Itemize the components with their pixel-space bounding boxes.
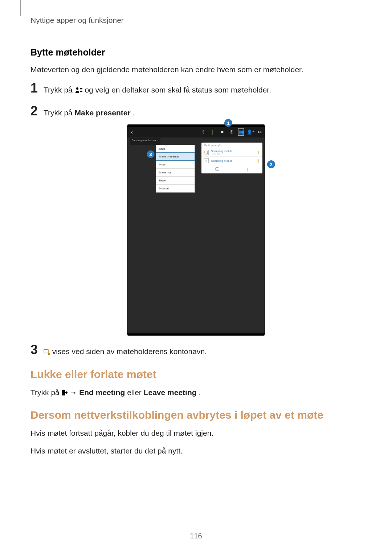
participants-panel: Participants (2) Samsung mobile Host, me… bbox=[201, 143, 262, 173]
menu-item: Mute bbox=[156, 160, 195, 168]
device-icon: ▯ bbox=[204, 158, 209, 163]
network-p1: Hvis møtet fortsatt pågår, kobler du deg… bbox=[30, 428, 362, 439]
phone-icon: ✆ bbox=[227, 127, 236, 138]
menu-item: Chat bbox=[156, 145, 195, 153]
step-number: 3 bbox=[30, 343, 44, 356]
heading-close-leave: Lukke eller forlate møtet bbox=[30, 368, 362, 381]
callout-2: 2 bbox=[267, 160, 275, 168]
svg-rect-1 bbox=[80, 88, 82, 89]
step1-before: Trykk på bbox=[44, 86, 75, 94]
video-icon: ■ bbox=[217, 127, 227, 138]
panel-header: Participants (2) bbox=[201, 143, 262, 148]
add-person-icon: 👤⁺ bbox=[246, 127, 255, 138]
chat-bubble-icon: 💬 bbox=[215, 167, 219, 171]
participants-boxed-icon: 👥 bbox=[236, 127, 246, 138]
svg-point-0 bbox=[76, 87, 78, 90]
participant-name: Samsung mobile bbox=[211, 149, 256, 153]
network-p2: Hvis møtet er avsluttet, starter du det … bbox=[30, 446, 362, 456]
svg-rect-2 bbox=[80, 90, 82, 90]
step2-after: . bbox=[133, 108, 135, 117]
step2-bold: Make presenter bbox=[75, 108, 131, 117]
page-number: 116 bbox=[0, 532, 392, 540]
step-number: 2 bbox=[30, 104, 44, 118]
tablet-screenshot: ‹ ⇪ ❘ ■ ✆ 👥 👤⁺ ↦ Samsung mobile's mee Ch… bbox=[127, 126, 265, 334]
figure: ‹ ⇪ ❘ ■ ✆ 👥 👤⁺ ↦ Samsung mobile's mee Ch… bbox=[30, 126, 362, 334]
exit-icon: ↦ bbox=[255, 127, 265, 138]
tablet-topbar: ‹ ⇪ ❘ ■ ✆ 👥 👤⁺ ↦ bbox=[127, 127, 265, 138]
running-head: Nyttige apper og funksjoner bbox=[30, 16, 124, 25]
menu-item: Mute all bbox=[156, 184, 195, 192]
participants-icon bbox=[75, 85, 83, 96]
participant-row: ▯ Samsung mobile ❘ bbox=[201, 157, 262, 165]
participant-sub: Host, me bbox=[211, 153, 256, 155]
menu-item: Expel bbox=[156, 176, 195, 184]
step-2: 2 Trykk på Make presenter . bbox=[30, 104, 362, 118]
mic-icon: ❘ bbox=[208, 127, 217, 138]
svg-rect-3 bbox=[80, 91, 82, 92]
step2-before: Trykk på bbox=[44, 108, 75, 117]
mic-indicator-icon: ❘ bbox=[257, 159, 260, 163]
heading-network-lost: Dersom nettverkstilkoblingen avbrytes i … bbox=[30, 409, 362, 421]
svg-rect-6 bbox=[62, 390, 65, 395]
svg-rect-5 bbox=[44, 349, 48, 353]
meeting-tab-label: Samsung mobile's mee bbox=[130, 138, 160, 145]
mic-footer-icon: ❘ bbox=[246, 167, 249, 171]
exit-door-icon bbox=[62, 388, 68, 399]
step-number: 1 bbox=[30, 82, 44, 95]
context-menu: Chat Make presenter Mute Make host Expel… bbox=[156, 145, 195, 193]
intro-text: Møteverten og den gjeldende møteholderen… bbox=[30, 64, 362, 75]
svg-rect-4 bbox=[205, 151, 208, 153]
step-1: 1 Trykk på og velg en deltaker som skal … bbox=[30, 82, 362, 96]
step3-text: vises ved siden av møteholderens kontona… bbox=[52, 347, 207, 356]
close-leave-line: Trykk på → End meeting eller Leave meeti… bbox=[30, 387, 362, 399]
back-icon: ‹ bbox=[127, 129, 136, 135]
participant-name: Samsung mobile bbox=[211, 159, 256, 163]
heading-change-presenter: Bytte møteholder bbox=[30, 47, 362, 58]
mic-indicator-icon: ❘ bbox=[257, 151, 260, 154]
participant-row: Samsung mobile Host, me ❘ bbox=[201, 148, 262, 157]
presenter-screen-icon bbox=[44, 347, 50, 358]
presenter-screen-icon bbox=[204, 150, 209, 155]
step-3: 3 vises ved siden av møteholderens konto… bbox=[30, 343, 362, 358]
menu-item-selected: Make presenter bbox=[156, 152, 195, 161]
step1-after: og velg en deltaker som skal få status s… bbox=[85, 86, 271, 94]
menu-item: Make host bbox=[156, 168, 195, 176]
